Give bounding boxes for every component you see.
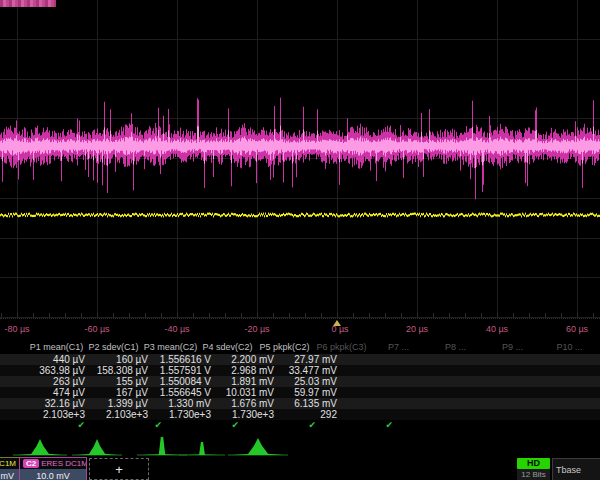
measure-column-header-p3[interactable]: P3 mean(C2) [142, 341, 199, 354]
measure-status-check [490, 420, 567, 431]
cropped-tab-remnant [0, 0, 56, 7]
measure-value [406, 398, 469, 409]
measure-value-row: 363.98 µV158.308 µV1.557591 V2.968 mV33.… [0, 365, 600, 376]
measure-value: 1.557591 V [154, 365, 217, 376]
add-trace-button[interactable]: + [89, 458, 149, 480]
measure-column-header-p7[interactable]: P7 ... [370, 341, 427, 354]
measure-value [343, 354, 406, 365]
measure-status-check: ✔ [182, 420, 259, 431]
measure-value [595, 376, 600, 387]
timebase-label: Tbase [553, 465, 581, 476]
c2-coupling-label: ERES DC1M [41, 459, 87, 468]
histicon-p3[interactable] [142, 437, 182, 455]
measure-value [469, 354, 532, 365]
measure-value: 440 µV [28, 354, 91, 365]
measure-value: 1.330 mV [154, 398, 217, 409]
measure-value: 155 µV [91, 376, 154, 387]
measure-value [343, 365, 406, 376]
measure-value: 167 µV [91, 387, 154, 398]
x-axis-tick-label: -60 µs [84, 324, 109, 334]
time-axis: -80 µs-60 µs-40 µs-20 µs0 µs20 µs40 µs60… [0, 318, 600, 339]
measure-value [406, 409, 469, 420]
measure-value: 2.103e+3 [91, 409, 154, 420]
measure-status-check: ✔ [105, 420, 182, 431]
measure-value [343, 387, 406, 398]
x-axis-tick-label: -40 µs [164, 324, 189, 334]
x-axis-tick-label: 60 µs [566, 324, 588, 334]
measure-value [343, 376, 406, 387]
measure-value: 158.308 µV [91, 365, 154, 376]
plus-icon: + [115, 462, 123, 477]
c1-coupling-label: DC1M [0, 459, 16, 468]
measure-value: 363.98 µV [28, 365, 91, 376]
hd-badge: HD [517, 458, 550, 469]
measure-value: 2.968 mV [217, 365, 280, 376]
measure-column-header-p10[interactable]: P10 ... [541, 341, 598, 354]
measure-value: 1.550084 V [154, 376, 217, 387]
measure-value [532, 398, 595, 409]
waveform-display[interactable] [0, 0, 600, 318]
measure-value [532, 365, 595, 376]
measure-value [469, 376, 532, 387]
histicon-p4[interactable] [184, 442, 220, 455]
measure-value [532, 354, 595, 365]
channel-c2-descriptor[interactable]: C2 ERES DC1M 10.0 mV [19, 457, 87, 480]
measure-value [343, 409, 406, 420]
measure-value: 1.891 mV [217, 376, 280, 387]
measure-value: 1.676 mV [217, 398, 280, 409]
measure-value [406, 365, 469, 376]
measure-value [406, 376, 469, 387]
measure-value: 27.97 mV [280, 354, 343, 365]
histicon-p2[interactable] [77, 439, 117, 455]
x-axis-tick-label: 40 µs [486, 324, 508, 334]
measure-status-check [567, 420, 600, 431]
measure-value [532, 409, 595, 420]
measure-column-header-p5[interactable]: P5 pkpk(C2) [256, 341, 313, 354]
measure-value [595, 365, 600, 376]
measure-column-header-p1[interactable]: P1 mean(C1) [28, 341, 85, 354]
measure-value: 1.730e+3 [217, 409, 280, 420]
measure-value [595, 398, 600, 409]
measure-value [469, 409, 532, 420]
measure-value: 292 [280, 409, 343, 420]
x-axis-tick-label: 20 µs [406, 324, 428, 334]
histicon-p5[interactable] [233, 438, 283, 455]
measure-value [469, 365, 532, 376]
measure-value [406, 354, 469, 365]
measure-value [595, 354, 600, 365]
x-axis-tick-label: -20 µs [244, 324, 269, 334]
measure-column-header-p8[interactable]: P8 ... [427, 341, 484, 354]
x-axis-tick-label: 0 µs [331, 324, 348, 334]
measure-value-row: 440 µV160 µV1.556616 V2.200 mV27.97 mV [0, 354, 600, 365]
measure-value: 1.730e+3 [154, 409, 217, 420]
histicon-p1[interactable] [18, 439, 62, 455]
c1-scale-value: 10.0 mV [0, 469, 19, 480]
hd-mode-group[interactable]: HD 12 Bits [517, 458, 550, 480]
measure-value-row: 2.103e+32.103e+31.730e+31.730e+3292 [0, 409, 600, 420]
measure-value [532, 376, 595, 387]
c2-scale-value: 10.0 mV [20, 469, 86, 480]
waveform-canvas[interactable] [0, 0, 600, 318]
measure-value: 10.031 mV [217, 387, 280, 398]
measure-value: 1.556645 V [154, 387, 217, 398]
c2-badge: C2 [23, 459, 39, 468]
measure-value [532, 387, 595, 398]
measure-value: 59.97 mV [280, 387, 343, 398]
timebase-descriptor[interactable]: Tbase 20.0 µ [552, 458, 600, 480]
measure-value: 25.03 mV [280, 376, 343, 387]
measure-column-header-p6[interactable]: P6 pkpk(C3) [313, 341, 370, 354]
descriptor-bar: C1 DC1M 10.0 mV C2 ERES DC1M 10.0 mV + H… [0, 457, 600, 480]
measure-header-row: P1 mean(C1)P2 sdev(C1)P3 mean(C2)P4 sdev… [0, 341, 600, 354]
measure-column-header-p4[interactable]: P4 sdev(C2) [199, 341, 256, 354]
measure-column-header-p2[interactable]: P2 sdev(C1) [85, 341, 142, 354]
measure-status-check [413, 420, 490, 431]
channel-c1-descriptor[interactable]: C1 DC1M 10.0 mV [0, 457, 20, 480]
measure-value [595, 387, 600, 398]
measure-column-header-p9[interactable]: P9 ... [484, 341, 541, 354]
measure-value [595, 409, 600, 420]
x-axis-tick-label: -80 µs [4, 324, 29, 334]
oscilloscope-screen: -80 µs-60 µs-40 µs-20 µs0 µs20 µs40 µs60… [0, 0, 600, 480]
measure-value [343, 398, 406, 409]
measure-value: 474 µV [28, 387, 91, 398]
measure-value-row: 32.16 µV1.399 µV1.330 mV1.676 mV6.135 mV [0, 398, 600, 409]
